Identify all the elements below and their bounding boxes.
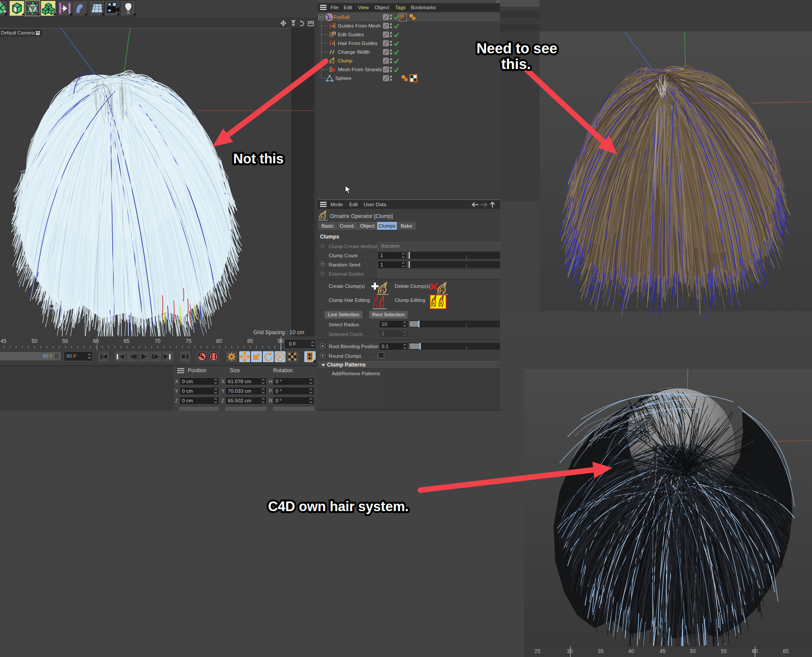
svg-text:Need to see: Need to see <box>476 40 557 56</box>
svg-text:Not this: Not this <box>233 151 283 166</box>
svg-text:C4D own hair system.: C4D own hair system. <box>268 499 409 514</box>
svg-text:this.: this. <box>501 56 531 72</box>
